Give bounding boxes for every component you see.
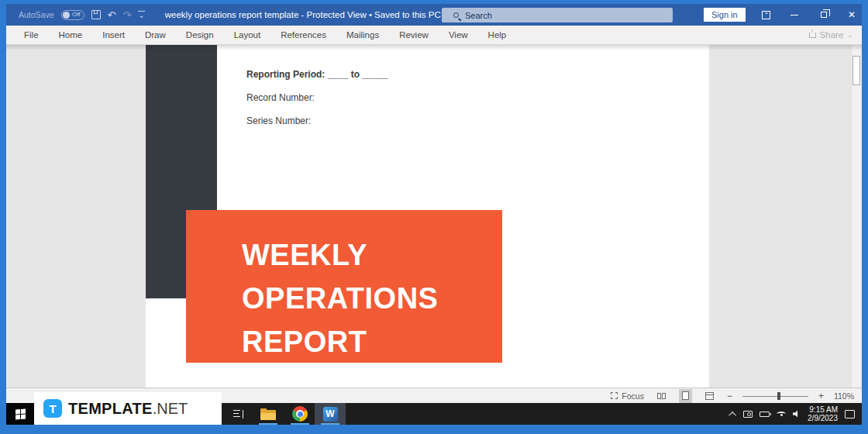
battery-icon[interactable] — [760, 412, 770, 417]
ribbon-display-options-icon — [762, 11, 770, 19]
read-mode-button[interactable] — [654, 389, 669, 403]
report-title-block: WEEKLY OPERATIONS REPORT — [186, 210, 502, 363]
file-explorer-button[interactable] — [253, 403, 284, 425]
tab-design[interactable]: Design — [176, 30, 224, 40]
clock-time: 9:15 AM — [808, 405, 838, 414]
focus-icon — [611, 392, 618, 399]
restore-icon — [821, 12, 827, 18]
focus-label: Focus — [622, 391, 644, 401]
read-mode-icon — [657, 393, 666, 399]
tab-home[interactable]: Home — [49, 30, 93, 40]
tab-view[interactable]: View — [439, 30, 478, 40]
web-layout-button[interactable] — [702, 389, 717, 403]
system-tray: 9:15 AM 2/9/2023 — [731, 403, 862, 425]
field-value: ____ to _____ — [328, 69, 388, 80]
field-record-number: Record Number: — [246, 92, 388, 103]
minimize-button[interactable] — [783, 4, 806, 26]
print-layout-icon — [682, 391, 689, 400]
field-series-number: Series Number: — [246, 115, 388, 126]
zoom-level[interactable]: 110% — [834, 391, 854, 401]
share-button[interactable]: Share ⌄ — [809, 30, 852, 40]
file-explorer-icon — [260, 408, 276, 420]
tab-insert[interactable]: Insert — [92, 30, 135, 40]
report-title-line: WEEKLY — [242, 233, 502, 277]
ribbon-display-options-button[interactable] — [754, 4, 777, 26]
share-label: Share — [820, 30, 844, 40]
templatenet-wordmark: TEMPLATE.NET — [68, 400, 188, 418]
tab-file[interactable]: File — [14, 30, 49, 40]
zoom-in-button[interactable]: + — [818, 391, 824, 401]
report-title-line: REPORT — [242, 320, 502, 363]
save-icon-notch — [94, 11, 98, 14]
tab-references[interactable]: References — [270, 30, 336, 40]
zoom-out-button[interactable]: − — [727, 391, 732, 401]
toggle-knob-icon — [63, 12, 70, 19]
title-bar: AutoSave Off ↶ ↷ ⌄ weekly operations rep… — [6, 4, 862, 26]
undo-button[interactable]: ↶ — [108, 10, 116, 20]
task-view-icon — [233, 410, 244, 418]
tab-help[interactable]: Help — [478, 30, 517, 40]
ribbon-tab-bar: File Home Insert Draw Design Layout Refe… — [6, 26, 862, 45]
tab-review[interactable]: Review — [389, 30, 439, 40]
zoom-slider-thumb[interactable] — [777, 392, 780, 400]
field-label: Series Number: — [246, 115, 311, 126]
task-view-button[interactable] — [223, 403, 254, 425]
redo-button[interactable]: ↷ — [122, 10, 131, 20]
report-title-line: OPERATIONS — [242, 277, 502, 320]
running-indicator — [291, 423, 309, 425]
zoom-slider-track — [742, 396, 808, 397]
restore-button[interactable] — [812, 4, 835, 26]
running-indicator — [259, 423, 277, 425]
field-label: Reporting Period: — [246, 69, 328, 80]
windows-taskbar: T TEMPLATE.NET W 9:15 AM 2/9/2023 — [6, 403, 862, 425]
brand-suffix: .NET — [153, 400, 188, 417]
print-layout-button[interactable] — [679, 389, 692, 403]
document-title: weekly operations report template - Prot… — [165, 10, 451, 19]
share-icon — [809, 33, 816, 38]
vertical-scrollbar[interactable] — [851, 45, 861, 388]
save-icon[interactable] — [91, 10, 101, 19]
document-area: Reporting Period: ____ to _____ Record N… — [6, 45, 862, 388]
field-reporting-period: Reporting Period: ____ to _____ — [246, 69, 388, 80]
search-icon — [453, 12, 459, 18]
brand-bold: TEMPLATE — [68, 400, 153, 417]
tab-mailings[interactable]: Mailings — [336, 30, 389, 40]
tab-draw[interactable]: Draw — [135, 30, 176, 40]
document-fields: Reporting Period: ____ to _____ Record N… — [246, 69, 388, 139]
templatenet-logo-icon: T — [43, 399, 62, 418]
start-button[interactable] — [6, 403, 34, 425]
minimize-icon — [790, 15, 798, 16]
focus-button[interactable]: Focus — [611, 391, 644, 401]
document-page[interactable]: Reporting Period: ____ to _____ Record N… — [146, 45, 709, 388]
chrome-button[interactable] — [284, 403, 315, 425]
display-tray-icon[interactable] — [743, 411, 753, 418]
search-box[interactable] — [442, 8, 673, 22]
hidden-icons-chevron-icon[interactable] — [728, 411, 736, 418]
word-taskbar-button[interactable]: W — [315, 403, 346, 425]
document-title-text: weekly operations report template - Prot… — [165, 10, 441, 19]
search-input[interactable] — [465, 11, 643, 20]
chrome-icon — [292, 406, 308, 422]
field-label: Record Number: — [246, 92, 315, 103]
zoom-slider[interactable] — [742, 392, 808, 400]
clock-date: 2/9/2023 — [808, 414, 838, 422]
scrollbar-thumb[interactable] — [852, 56, 860, 85]
autosave-state: Off — [72, 12, 81, 18]
autosave-toggle[interactable]: Off — [61, 10, 84, 20]
templatenet-watermark: T TEMPLATE.NET — [34, 392, 222, 425]
autosave-label: AutoSave — [19, 10, 54, 19]
sign-in-button[interactable]: Sign in — [704, 8, 746, 22]
quick-access-toolbar: AutoSave Off ↶ ↷ ⌄ — [6, 10, 145, 20]
word-window: AutoSave Off ↶ ↷ ⌄ weekly operations rep… — [6, 4, 862, 425]
share-dropdown-icon: ⌄ — [847, 32, 852, 39]
wifi-icon[interactable] — [777, 412, 786, 416]
taskbar-clock[interactable]: 9:15 AM 2/9/2023 — [808, 405, 838, 422]
close-button[interactable]: ✕ — [840, 4, 863, 26]
customize-quick-access-icon[interactable]: ⌄ — [138, 11, 144, 19]
running-indicator — [321, 423, 339, 425]
windows-logo-icon — [16, 408, 26, 419]
action-center-icon[interactable] — [845, 410, 855, 418]
speaker-icon[interactable] — [793, 410, 801, 418]
tab-layout[interactable]: Layout — [224, 30, 271, 40]
word-icon: W — [323, 407, 338, 422]
